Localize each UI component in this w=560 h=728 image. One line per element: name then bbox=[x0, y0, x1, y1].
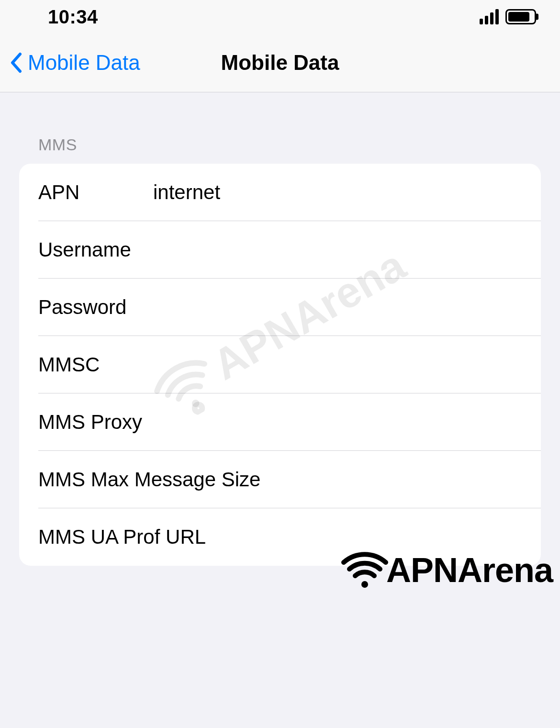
mmsc-label: MMSC bbox=[38, 353, 153, 376]
cellular-signal-icon bbox=[480, 9, 499, 24]
status-bar: 10:34 bbox=[0, 0, 560, 34]
mms-proxy-row[interactable]: MMS Proxy bbox=[19, 393, 541, 451]
mms-ua-prof-url-label: MMS UA Prof URL bbox=[38, 526, 206, 549]
watermark-bottom: APNArena bbox=[341, 546, 553, 594]
mms-max-size-label: MMS Max Message Size bbox=[38, 468, 260, 491]
username-label: Username bbox=[38, 238, 153, 261]
mmsc-row[interactable]: MMSC bbox=[19, 336, 541, 393]
status-time: 10:34 bbox=[48, 6, 98, 28]
mms-max-size-input[interactable] bbox=[260, 468, 522, 491]
navigation-bar: Mobile Data Mobile Data bbox=[0, 34, 560, 92]
mms-ua-prof-url-input[interactable] bbox=[206, 526, 522, 549]
apn-input[interactable] bbox=[153, 181, 522, 204]
watermark-bottom-text: APNArena bbox=[386, 550, 553, 590]
back-button[interactable]: Mobile Data bbox=[10, 51, 140, 75]
chevron-left-icon bbox=[10, 52, 22, 73]
password-label: Password bbox=[38, 296, 153, 319]
mms-max-size-row[interactable]: MMS Max Message Size bbox=[19, 451, 541, 508]
mmsc-input[interactable] bbox=[153, 353, 522, 376]
status-indicators bbox=[480, 9, 536, 24]
back-label: Mobile Data bbox=[28, 51, 140, 75]
svg-point-1 bbox=[361, 581, 368, 588]
section-header-mms: MMS bbox=[19, 92, 541, 164]
username-row[interactable]: Username bbox=[19, 221, 541, 279]
mms-proxy-input[interactable] bbox=[142, 411, 522, 434]
username-input[interactable] bbox=[153, 238, 522, 261]
content-area: MMS APN Username Password MMSC MMS Proxy bbox=[0, 92, 560, 566]
apn-row[interactable]: APN bbox=[19, 164, 541, 221]
apn-label: APN bbox=[38, 181, 153, 204]
mms-proxy-label: MMS Proxy bbox=[38, 411, 142, 434]
password-row[interactable]: Password bbox=[19, 279, 541, 336]
page-title: Mobile Data bbox=[221, 51, 339, 75]
password-input[interactable] bbox=[153, 296, 522, 319]
mms-settings-group: APN Username Password MMSC MMS Proxy MMS… bbox=[19, 164, 541, 566]
battery-icon bbox=[505, 9, 536, 24]
wifi-icon bbox=[341, 546, 389, 594]
